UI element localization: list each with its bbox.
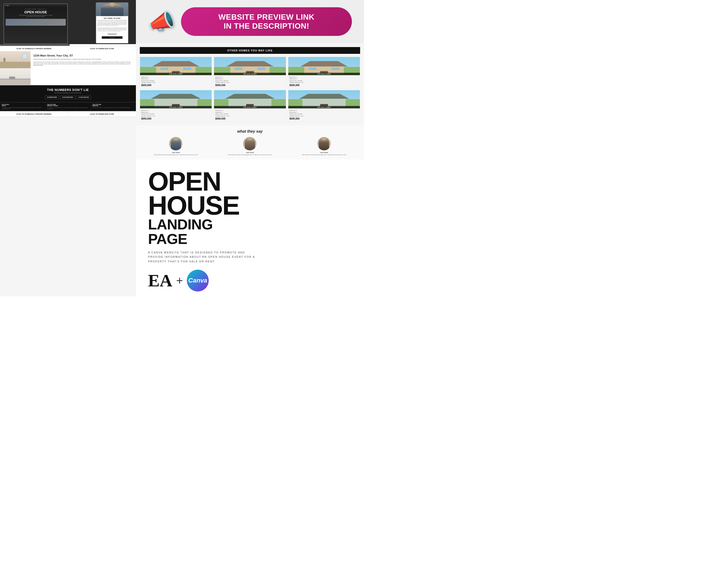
room-desc-1: The front porch is warm and welcoming. Y… [47, 107, 89, 110]
brand-section: EA + Canva [148, 270, 352, 292]
home-bedrooms-4: Bedrooms: 4 [215, 110, 284, 111]
home-card-5: 1234 MAIN STREET Bedrooms: 4 Bathrooms: … [288, 90, 360, 121]
home-sqft-3: Square Feet: 150,000 [141, 113, 210, 115]
tablet-mockup: HEY THERE, I'M JOHN! Stone & Story Real … [95, 2, 129, 44]
tablet-screen-content: HEY THERE, I'M JOHN! Stone & Story Real … [96, 3, 128, 44]
big-title-house: HOUSE [148, 193, 352, 217]
home-address-badge-3: 1234 MAIN STREET [140, 106, 212, 108]
homes-grid: 1234 MAIN STREET Bedrooms: 4 Bathrooms: … [140, 57, 360, 121]
canva-text: Canva [188, 277, 207, 284]
home-address-badge-4: 1234 MAIN STREET [214, 106, 286, 108]
home-bedrooms-2: Bedrooms: 4 [289, 76, 359, 78]
action-row-top: CLICK TO SCHEDULE A PRIVATE SHOWING CLIC… [0, 46, 136, 51]
laptop-screen-content: 1234 MAIN STREET, YOUR CITY, ST OPEN HOU… [4, 6, 67, 43]
room-card-2: THE PICTUREWINDOW Perfect for a Christma… [91, 102, 136, 111]
home-price-1: $500,000 [215, 84, 284, 87]
home-price-5: $500,000 [289, 117, 359, 120]
schedule-showing-button-bottom[interactable]: CLICK TO SCHEDULE A PRIVATE SHOWING [0, 112, 68, 117]
home-card-2: 1234 MAIN STREET Bedrooms: 4 Bathrooms: … [288, 57, 360, 88]
property-description-2: Each bedroom has its own full bath & wal… [33, 61, 133, 66]
property-address: 1234 Main Street, Your City, ST [33, 54, 133, 57]
numbers-section: THE NUMBERS DON'T LIE This home has ever… [0, 85, 136, 102]
home-bathrooms-3: Bathrooms: 2 [141, 112, 210, 113]
testimonial-avatar-2 [317, 137, 331, 150]
laptop-address: 1234 MAIN STREET, YOUR CITY, ST [25, 9, 47, 10]
testimonial-avatar-0 [169, 137, 182, 150]
close-dot [5, 5, 6, 6]
rooms-section: THE FRONTROOM It is a great size and flo… [0, 102, 136, 111]
home-bathrooms-5: Bathrooms: 2 [289, 112, 359, 113]
home-price-0: $500,000 [141, 84, 210, 87]
testimonial-name-1: John Smith [214, 152, 286, 153]
agent-bio-1: Stone & Story Real Estate Group is a ful… [97, 20, 127, 26]
plus-icon: + [176, 274, 183, 287]
room-title-2: THE PICTUREWINDOW [93, 104, 134, 106]
numbers-badges: 15 BEDROOMS 25 BATHROOMS 4 CAR GARAGE [3, 95, 133, 99]
testimonial-card-2: John Smith John Smith is the best real e… [288, 137, 360, 156]
room-desc-2: Perfect for a Christmas tree, to sit and… [93, 107, 134, 108]
other-homes-header: OTHER HOMES YOU MAY LIKE [140, 47, 360, 54]
promo-section: 📣 WEBSITE PREVIEW LINK IN THE DESCRIPTIO… [136, 0, 364, 43]
home-image-2: 1234 MAIN STREET [288, 57, 360, 75]
home-sqft-5: Square Feet: 150,000 [289, 113, 359, 115]
property-image-1 [0, 51, 31, 68]
home-bedrooms-3: Bedrooms: 4 [141, 110, 210, 111]
download-flyer-button[interactable]: CLICK TO DOWNLOAD FLYER [68, 46, 136, 51]
agent-greeting: HEY THERE, I'M JOHN! [97, 18, 127, 19]
testimonials-grid: John Smith John Smith is the best real e… [140, 137, 360, 156]
house-illustration-0 [140, 57, 212, 75]
home-price-2: $500,000 [289, 84, 359, 87]
home-sqft-2: Square Feet: 150,000 [289, 80, 359, 82]
canva-logo: Canva [187, 270, 209, 292]
action-row-bottom: CLICK TO SCHEDULE A PRIVATE SHOWING CLIC… [0, 111, 136, 117]
home-info-3: Bedrooms: 4 Bathrooms: 2 Square Feet: 15… [140, 108, 212, 121]
home-info-2: Bedrooms: 4 Bathrooms: 2 Square Feet: 15… [288, 75, 360, 88]
testimonial-card-0: John Smith John Smith is the best real e… [140, 137, 212, 156]
big-title-page: PAGE [148, 232, 352, 246]
room-desc-0: It is a great size and flows well into o… [2, 107, 44, 110]
home-bedrooms-1: Bedrooms: 4 [215, 76, 284, 78]
home-garage-3: Garage Capacity: 3 Car [141, 115, 210, 117]
home-sqft-4: Square Feet: 150,000 [215, 113, 284, 115]
laptop-description: Stunning & Spacious Lauren's Bay Villa W… [19, 15, 53, 17]
laptop-mockup: 1234 MAIN STREET, YOUR CITY, ST OPEN HOU… [3, 3, 68, 44]
house-illustration-1 [214, 57, 286, 75]
testimonials-section: what they say John Smith John Smith is t… [136, 126, 364, 160]
home-info-1: Bedrooms: 4 Bathrooms: 2 Square Feet: 15… [214, 75, 286, 88]
room-title-0: THE FRONTROOM [2, 104, 44, 106]
property-description-1: Stunning & Spacious Lauren's Bay Villa W… [33, 59, 133, 60]
property-images [0, 51, 31, 85]
marketing-description: A CANVA WEBSITE THAT IS DESIGNED TO PROM… [148, 250, 260, 264]
minimize-dot [7, 5, 8, 6]
property-listing: 1234 Main Street, Your City, ST Stunning… [0, 51, 136, 85]
get-in-touch-button[interactable]: Get In Touch [102, 36, 122, 39]
testimonial-name-0: John Smith [140, 152, 212, 153]
home-garage-5: Garage Capacity: 3 Car [289, 115, 359, 117]
home-bathrooms-2: Bathrooms: 2 [289, 78, 359, 80]
home-image-1: 1234 MAIN STREET [214, 57, 286, 75]
home-image-5: 1234 MAIN STREET [288, 90, 360, 108]
promo-line-2: IN THE DESCRIPTION! [224, 22, 309, 30]
download-flyer-button-bottom[interactable]: CLICK TO DOWNLOAD FLYER [68, 112, 136, 117]
home-bedrooms-5: Bedrooms: 4 [289, 110, 359, 111]
schedule-showing-button[interactable]: CLICK TO SCHEDULE A PRIVATE SHOWING [0, 46, 68, 51]
big-title-open: OPEN [148, 169, 352, 193]
device-mockup-area: 1234 MAIN STREET, YOUR CITY, ST OPEN HOU… [0, 0, 136, 44]
page-wrapper: 1234 MAIN STREET, YOUR CITY, ST OPEN HOU… [0, 0, 364, 296]
home-card-4: 1234 MAIN STREET Bedrooms: 4 Bathrooms: … [214, 90, 286, 121]
home-address-badge-5: 1234 MAIN STREET [288, 106, 360, 108]
testimonial-name-2: John Smith [288, 152, 360, 153]
bathrooms-badge: 25 BATHROOMS [60, 95, 75, 99]
maximize-dot [8, 5, 9, 6]
home-sqft-1: Square Feet: 150,000 [215, 80, 284, 82]
home-image-0: 1234 MAIN STREET [140, 57, 212, 75]
big-title-section: OPEN HOUSE LANDING PAGE A CANVA WEBSITE … [136, 160, 364, 296]
home-bathrooms-4: Bathrooms: 2 [215, 112, 284, 113]
home-garage-2: Garage Capacity: 3 Car [289, 82, 359, 83]
home-price-3: $500,000 [141, 117, 210, 120]
preview-mini: 1234 MAIN STREET, YOUR CITY, ST OPEN HOU… [0, 0, 136, 117]
home-card-1: 1234 MAIN STREET Bedrooms: 4 Bathrooms: … [214, 57, 286, 88]
home-address-badge-2: 1234 MAIN STREET [288, 73, 360, 75]
agent-bio-2: Our knowledge of the market and our rese… [97, 27, 127, 32]
home-garage-4: Garage Capacity: 3 Car [215, 115, 284, 117]
